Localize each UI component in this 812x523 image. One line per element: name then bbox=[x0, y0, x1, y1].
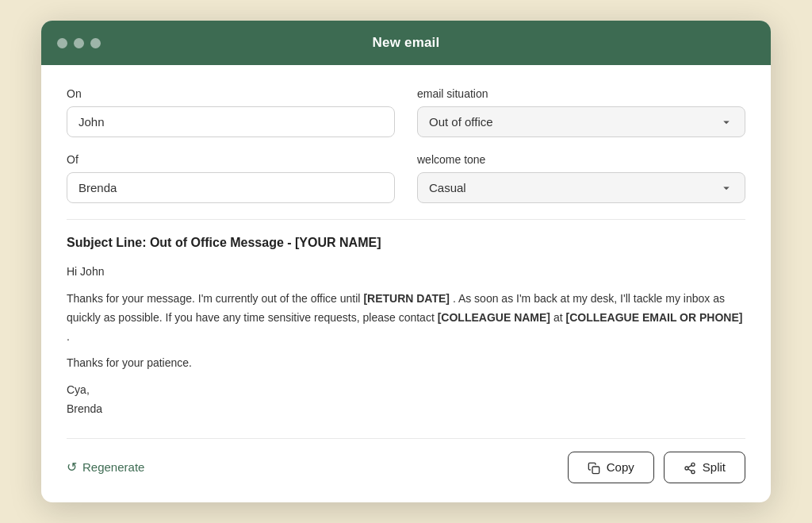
traffic-lights bbox=[57, 38, 101, 48]
on-group: On bbox=[67, 87, 395, 137]
traffic-light-minimize[interactable] bbox=[74, 38, 84, 48]
welcome-tone-group: welcome tone Casual Formal Friendly bbox=[417, 153, 745, 203]
email-return-date: [RETURN DATE] bbox=[363, 292, 450, 305]
content-area: On email situation Out of office Vacatio… bbox=[41, 65, 771, 502]
copy-icon bbox=[588, 460, 600, 475]
footer: ↺ Regenerate Copy Split bbox=[67, 438, 745, 483]
divider bbox=[67, 219, 745, 220]
email-colleague-contact: [COLLEAGUE EMAIL OR PHONE] bbox=[565, 311, 742, 324]
email-body-1: Thanks for your message. I'm currently o… bbox=[67, 292, 363, 305]
email-colleague-name: [COLLEAGUE NAME] bbox=[438, 311, 550, 324]
regenerate-button[interactable]: ↺ Regenerate bbox=[67, 460, 144, 475]
email-subject: Subject Line: Out of Office Message - [Y… bbox=[67, 236, 745, 250]
email-at: at bbox=[550, 311, 565, 324]
email-closing: Cya, Brenda bbox=[67, 381, 745, 419]
regenerate-label: Regenerate bbox=[82, 460, 144, 474]
form-row-1: On email situation Out of office Vacatio… bbox=[67, 87, 745, 137]
of-label: Of bbox=[67, 153, 395, 166]
email-window: New email On email situation Out of offi… bbox=[41, 21, 771, 502]
traffic-light-close[interactable] bbox=[57, 38, 67, 48]
email-thanks: Thanks for your patience. bbox=[67, 354, 745, 373]
email-situation-select[interactable]: Out of office Vacation Sick leave bbox=[417, 106, 745, 137]
window-title: New email bbox=[373, 35, 440, 51]
footer-actions: Copy Split bbox=[568, 452, 745, 483]
split-button[interactable]: Split bbox=[664, 452, 745, 483]
welcome-tone-select[interactable]: Casual Formal Friendly bbox=[417, 172, 745, 203]
split-icon bbox=[684, 460, 696, 475]
regenerate-icon: ↺ bbox=[67, 460, 77, 475]
of-group: Of bbox=[67, 153, 395, 203]
on-label: On bbox=[67, 87, 395, 100]
form-row-2: Of welcome tone Casual Formal Friendly bbox=[67, 153, 745, 203]
copy-label: Copy bbox=[607, 460, 634, 474]
title-bar: New email bbox=[41, 21, 771, 65]
email-situation-group: email situation Out of office Vacation S… bbox=[417, 87, 745, 137]
email-body-1-end: . bbox=[67, 330, 70, 343]
email-body: Hi John Thanks for your message. I'm cur… bbox=[67, 263, 745, 419]
split-label: Split bbox=[703, 460, 726, 474]
email-greeting: Hi John bbox=[67, 263, 745, 282]
welcome-tone-label: welcome tone bbox=[417, 153, 745, 166]
copy-button[interactable]: Copy bbox=[568, 452, 654, 483]
of-input[interactable] bbox=[67, 172, 395, 203]
email-situation-label: email situation bbox=[417, 87, 745, 100]
on-input[interactable] bbox=[67, 106, 395, 137]
traffic-light-expand[interactable] bbox=[90, 38, 101, 48]
email-paragraph-1: Thanks for your message. I'm currently o… bbox=[67, 290, 745, 346]
